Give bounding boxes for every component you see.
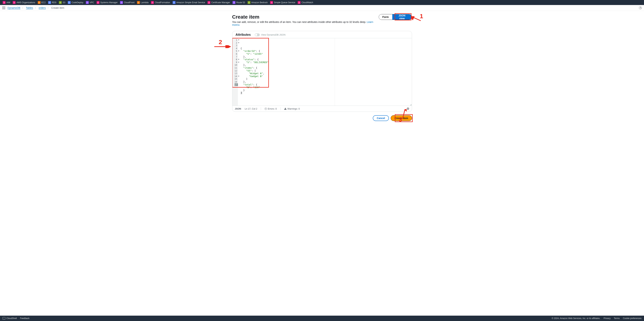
clock-icon[interactable] (639, 6, 642, 9)
ddb-json-toggle[interactable] (255, 33, 260, 36)
main-content: Create item You can add, remove, or edit… (232, 11, 412, 128)
chevron-right-icon: 〉 (22, 6, 24, 9)
service-simple-queue-service[interactable]: ◻Simple Queue Service (269, 1, 296, 4)
panel-title: Attributes (236, 33, 251, 37)
service-amazon-bedrock[interactable]: ◻Amazon Bedrock (246, 1, 269, 4)
json-editor[interactable]: 1▼2▼345▼678▼9▼1011121314▼151617 { "order… (232, 38, 412, 106)
annotation-arrow-2 (214, 45, 232, 48)
status-warnings: Warnings: 0 (284, 107, 300, 110)
service-icon: ◻ (173, 1, 176, 4)
service-s3[interactable]: ◻S3 (58, 1, 66, 4)
service-icon: ◻ (270, 1, 273, 4)
service-icon: ◻ (248, 1, 250, 4)
code-line[interactable]: } (240, 91, 412, 94)
service-icon: ◻ (59, 1, 62, 4)
service-icon: ◻ (68, 1, 71, 4)
resize-handle-icon[interactable]: ◢ (410, 104, 412, 105)
service-aws-organizations[interactable]: ◻AWS Organizations (12, 1, 36, 4)
gear-icon[interactable] (406, 107, 409, 110)
service-amazon-simple-email-service[interactable]: ◻Amazon Simple Email Service (172, 1, 206, 4)
cancel-button[interactable]: Cancel (373, 115, 389, 121)
ddb-json-toggle-label: View DynamoDB JSON (261, 33, 286, 36)
menu-icon[interactable] (2, 6, 5, 9)
chevron-right-icon: 〉 (48, 6, 50, 9)
service-icon: ◻ (151, 1, 154, 4)
service-cloudwatch[interactable]: ◻CloudWatch (296, 1, 314, 4)
service-bar: ◻IAM◻AWS Organizations◻EC2◻RDS◻S3◻CodeDe… (0, 0, 644, 5)
external-link-icon: ⧉ (238, 24, 240, 26)
service-icon: ◻ (298, 1, 300, 4)
status-errors: ✕ Errors: 0 (264, 107, 277, 110)
annotation-box-2 (232, 38, 269, 88)
annotation-box-1 (395, 13, 412, 20)
service-codedeploy[interactable]: ◻CodeDeploy (66, 1, 84, 4)
crumb-orders[interactable]: orders (39, 6, 46, 9)
svg-line-0 (413, 17, 421, 21)
service-icon: ◻ (3, 1, 6, 4)
breadcrumb: DynamoDB 〉 Tables 〉 orders 〉 Create item (8, 6, 64, 9)
editor-divider (335, 38, 335, 106)
service-icon: ◻ (232, 1, 236, 4)
service-icon: ◻ (13, 1, 16, 4)
warning-icon (284, 108, 286, 110)
form-view-button[interactable]: Form (379, 14, 392, 20)
service-icon: ◻ (86, 1, 89, 4)
service-icon: ◻ (137, 1, 140, 4)
service-route-53[interactable]: ◻Route 53 (231, 1, 246, 4)
page-title: Create item (232, 14, 379, 20)
service-vpc[interactable]: ◻VPC (84, 1, 95, 4)
service-icon: ◻ (96, 1, 100, 4)
page-description: You can add, remove, or edit the attribu… (232, 20, 379, 26)
error-icon: ✕ (264, 108, 267, 110)
crumb-current: Create item (51, 6, 64, 9)
annotation-arrow-1 (411, 16, 422, 22)
service-icon: ◻ (120, 1, 123, 4)
attributes-panel: Attributes View DynamoDB JSON 1▼2▼345▼67… (232, 31, 412, 112)
service-ec2[interactable]: ◻EC2 (36, 1, 47, 4)
svg-line-2 (403, 110, 405, 119)
action-row: Cancel Create item (232, 115, 412, 121)
status-mode: JSON (235, 107, 241, 110)
service-cloudformation[interactable]: ◻CloudFormation (150, 1, 171, 4)
service-icon: ◻ (38, 1, 40, 4)
service-icon: ◻ (208, 1, 210, 4)
crumb-tables[interactable]: Tables (26, 6, 33, 9)
service-systems-manager[interactable]: ◻Systems Manager (95, 1, 119, 4)
service-icon: ◻ (48, 1, 51, 4)
crumb-dynamodb[interactable]: DynamoDB (8, 6, 20, 9)
service-rds[interactable]: ◻RDS (47, 1, 58, 4)
editor-status-bar: JSON Ln 17, Col 2 ✕ Errors: 0 Warnings: … (232, 106, 412, 111)
annotation-number-2: 2 (219, 39, 222, 45)
chevron-right-icon: 〉 (35, 6, 37, 9)
annotation-arrow-3 (401, 109, 406, 120)
service-cloudfront[interactable]: ◻CloudFront (119, 1, 136, 4)
service-lambda[interactable]: ◻Lambda (136, 1, 150, 4)
breadcrumb-bar: DynamoDB 〉 Tables 〉 orders 〉 Create item (0, 5, 644, 11)
service-iam[interactable]: ◻IAM (2, 1, 12, 4)
service-certificate-manager[interactable]: ◻Certificate Manager (206, 1, 231, 4)
code-line[interactable]: } (240, 89, 412, 92)
status-position: Ln 17, Col 2 (245, 107, 257, 110)
